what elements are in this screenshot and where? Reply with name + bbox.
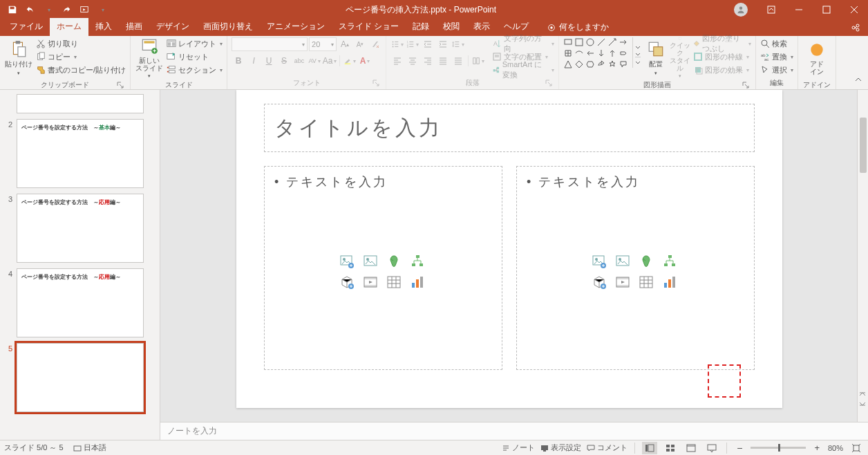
convert-smartart-button[interactable]: SmartArt に変換 (492, 64, 554, 76)
drawing-dialog-launcher[interactable] (742, 82, 750, 90)
shapes-gallery[interactable] (563, 37, 632, 69)
shadow-button[interactable]: abc (292, 54, 306, 68)
thumbnail-2[interactable]: ページ番号を設定する方法 ～基本編～ (17, 119, 144, 188)
insert-table-icon[interactable] (386, 274, 402, 290)
font-size-combo[interactable]: 20▾ (309, 37, 337, 51)
start-from-beginning-button[interactable] (76, 1, 93, 18)
find-button[interactable]: 検索 (760, 37, 793, 50)
tab-view[interactable]: 表示 (466, 18, 497, 36)
undo-button[interactable] (22, 1, 39, 18)
tab-slideshow[interactable]: スライド ショー (332, 18, 406, 36)
slide-canvas[interactable]: タイトルを入力 • テキストを入力 (236, 90, 782, 408)
reset-button[interactable]: リセット (167, 50, 223, 63)
change-case-button[interactable]: Aa (323, 54, 337, 68)
increase-font-button[interactable]: A▴ (338, 37, 352, 51)
strikethrough-button[interactable]: S (277, 54, 291, 68)
char-spacing-button[interactable]: AV (308, 54, 321, 68)
thumbnail-3[interactable]: ページ番号を設定する方法 ～応用編～ (17, 194, 144, 263)
increase-indent-button[interactable] (436, 37, 450, 51)
replace-button[interactable]: abac置換 (760, 50, 793, 63)
insert-smartart-icon[interactable] (409, 253, 426, 270)
insert-3dmodel-icon[interactable] (339, 274, 355, 290)
insert-icon-icon[interactable] (386, 253, 402, 270)
insert-video-icon[interactable] (614, 274, 631, 290)
shape-outline-button[interactable]: 図形の枠線 (693, 50, 751, 63)
new-slide-button[interactable]: 新しい スライド ▾ (135, 37, 164, 79)
clipboard-dialog-launcher[interactable] (116, 82, 124, 90)
quick-styles-button[interactable]: A クイック スタイル▾ (669, 37, 690, 79)
decrease-font-button[interactable]: A▾ (353, 37, 367, 51)
decrease-indent-button[interactable] (421, 37, 435, 51)
shapes-gallery-more[interactable] (632, 37, 642, 68)
shape-effects-button[interactable]: 図形の効果 (693, 64, 751, 76)
justify-button[interactable] (436, 54, 450, 68)
content-placeholder-right[interactable]: • テキストを入力 (516, 166, 755, 370)
cut-button[interactable]: 切り取り (36, 37, 126, 50)
insert-chart-icon[interactable] (409, 274, 426, 290)
clear-formatting-button[interactable] (368, 37, 382, 51)
redo-button[interactable] (58, 1, 75, 18)
section-button[interactable]: セクション (167, 64, 223, 76)
qat-customize-dropdown[interactable] (94, 1, 111, 18)
insert-table-icon[interactable] (638, 274, 654, 290)
insert-chart-icon[interactable] (661, 274, 678, 290)
layout-button[interactable]: レイアウト (167, 37, 223, 50)
notes-toggle[interactable]: ノート (502, 443, 535, 453)
underline-button[interactable]: U (262, 54, 276, 68)
paste-button[interactable]: 貼り付け ▾ (4, 37, 33, 79)
title-placeholder[interactable]: タイトルを入力 (264, 104, 755, 152)
collapse-ribbon-button[interactable] (854, 75, 865, 86)
align-right-button[interactable] (421, 54, 435, 68)
tab-insert[interactable]: 挿入 (88, 18, 119, 36)
minimize-button[interactable] (785, 0, 813, 19)
vertical-scrollbar[interactable] (857, 90, 868, 422)
comments-button[interactable]: コメント (587, 443, 628, 453)
text-direction-button[interactable]: A文字列の方向 (492, 37, 554, 50)
italic-button[interactable]: I (247, 54, 261, 68)
ribbon-display-button[interactable] (757, 0, 785, 19)
arrange-button[interactable]: 配置▾ (645, 37, 666, 79)
insert-stock-image-icon[interactable] (339, 253, 355, 270)
zoom-in-button[interactable]: + (811, 443, 822, 453)
slide-sorter-view-button[interactable] (663, 442, 678, 454)
language-indicator[interactable]: 日本語 (73, 443, 106, 453)
columns-button[interactable] (471, 54, 485, 68)
tab-review[interactable]: 校閲 (436, 18, 466, 36)
tab-file[interactable]: ファイル (3, 18, 50, 36)
bullets-button[interactable] (390, 37, 404, 51)
zoom-slider[interactable] (751, 447, 806, 449)
thumbnail-4[interactable]: ページ番号を設定する方法 ～応用編～ (17, 268, 144, 337)
insert-smartart-icon[interactable] (661, 253, 678, 270)
insert-video-icon[interactable] (362, 274, 379, 290)
close-button[interactable] (840, 0, 868, 19)
highlight-button[interactable] (343, 54, 357, 68)
align-center-button[interactable] (406, 54, 419, 68)
notes-pane[interactable]: ノートを入力 (160, 422, 868, 440)
insert-3dmodel-icon[interactable] (591, 274, 607, 290)
distributed-button[interactable] (451, 54, 465, 68)
insert-picture-icon[interactable] (614, 253, 631, 270)
paragraph-dialog-launcher[interactable] (545, 80, 553, 88)
tell-me-search[interactable]: 何をしますか (541, 19, 614, 36)
undo-dropdown[interactable] (40, 1, 57, 18)
tab-record[interactable]: 記録 (406, 18, 436, 36)
slideshow-view-button[interactable] (704, 442, 719, 454)
share-button[interactable] (843, 19, 868, 36)
display-settings-button[interactable]: 表示設定 (540, 443, 581, 453)
numbering-button[interactable]: 123 (406, 37, 419, 51)
slide-canvas-region[interactable]: タイトルを入力 • テキストを入力 (160, 90, 868, 422)
tab-transitions[interactable]: 画面切り替え (196, 18, 260, 36)
bold-button[interactable]: B (232, 54, 245, 68)
zoom-out-button[interactable]: − (734, 443, 745, 454)
tab-home[interactable]: ホーム (50, 18, 88, 36)
tab-draw[interactable]: 描画 (119, 18, 149, 36)
line-spacing-button[interactable] (451, 37, 465, 51)
font-family-combo[interactable]: ▾ (232, 37, 308, 51)
copy-button[interactable]: コピー (36, 50, 126, 63)
format-painter-button[interactable]: 書式のコピー/貼り付け (36, 64, 126, 76)
insert-picture-icon[interactable] (362, 253, 379, 270)
slide-counter[interactable]: スライド 5/0 ～ 5 (4, 443, 64, 453)
thumbnail-5[interactable] (17, 343, 144, 412)
align-left-button[interactable] (390, 54, 404, 68)
save-button[interactable] (4, 1, 21, 18)
